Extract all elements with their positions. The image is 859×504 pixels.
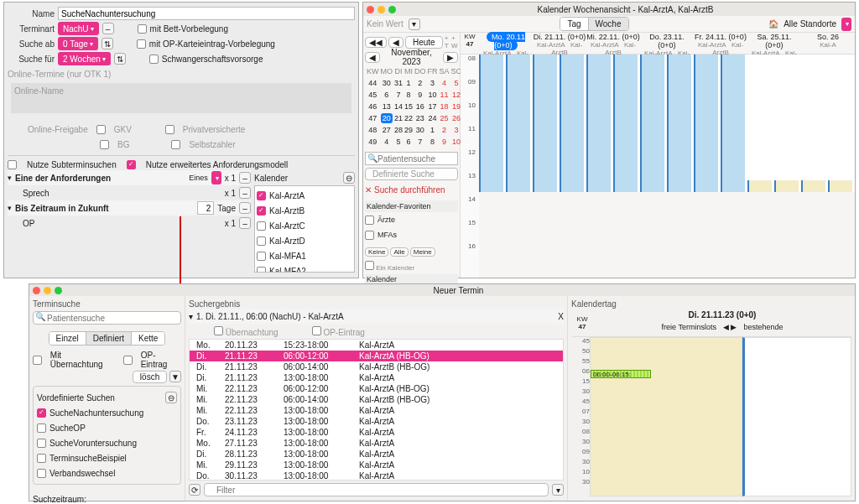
- result-dd[interactable]: ▾: [552, 484, 564, 496]
- suchefuer-select[interactable]: 2 Wochen▾: [58, 52, 111, 65]
- result-row[interactable]: Di.21.11.2313:00-18:00Kal-ArztA: [190, 372, 563, 383]
- seg-tag-woche[interactable]: TagWoche: [560, 17, 628, 31]
- kal-check[interactable]: [257, 221, 266, 231]
- pre-check[interactable]: [37, 469, 46, 478]
- win-max[interactable]: [388, 6, 396, 13]
- predef-collapse[interactable]: ⊖: [165, 392, 177, 403]
- pre-item[interactable]: SucheVoruntersuchung: [49, 439, 137, 448]
- cb-einkal[interactable]: [365, 261, 374, 270]
- keinwert-dd[interactable]: ▾: [409, 18, 420, 30]
- terminart-clear[interactable]: –: [102, 23, 114, 34]
- filter-icon[interactable]: ▼: [169, 371, 181, 382]
- pre-item[interactable]: TerminsucheBeispiel: [49, 454, 127, 463]
- pre-item[interactable]: Verbandswechsel: [49, 469, 115, 478]
- pre-check[interactable]: [37, 454, 46, 463]
- nav-prev2[interactable]: ◀◀: [365, 37, 387, 48]
- suche-run[interactable]: Suche durchführen: [374, 185, 445, 195]
- sucheab-step[interactable]: ⇅: [102, 38, 113, 49]
- kal-item[interactable]: Kal-ArztB: [269, 206, 305, 216]
- cb-erweitert[interactable]: [127, 160, 136, 169]
- result-row[interactable]: Mo.20.11.2315:23-18:00Kal-ArztA: [190, 340, 563, 351]
- name-input[interactable]: [58, 7, 355, 20]
- cb-bett[interactable]: [138, 24, 147, 34]
- anf-mode-select[interactable]: ▾: [211, 171, 221, 184]
- cb-selbst[interactable]: [171, 140, 180, 149]
- filter-input[interactable]: [204, 483, 549, 496]
- mini-calendar[interactable]: KWMODIMIDOFRSASO443031123454567891011124…: [365, 65, 464, 148]
- col-uebernacht[interactable]: [214, 326, 223, 335]
- kal-check[interactable]: [257, 267, 266, 273]
- nav-prev[interactable]: ◀: [388, 37, 403, 48]
- home-icon[interactable]: 🏠: [768, 19, 778, 29]
- pre-item[interactable]: SucheNachuntersuchung: [49, 408, 143, 418]
- sucheab-select[interactable]: 0 Tage▾: [58, 37, 98, 50]
- suchefuer-step[interactable]: ⇅: [114, 53, 126, 65]
- fav-meine[interactable]: Meine: [410, 247, 435, 257]
- kal-item[interactable]: Kal-MFA2: [269, 267, 306, 273]
- zeitraum-val[interactable]: [197, 201, 214, 215]
- fav-check[interactable]: [365, 231, 374, 240]
- standorte[interactable]: Alle Standorte: [784, 19, 836, 29]
- col-op[interactable]: [312, 326, 321, 335]
- patient-search[interactable]: [365, 152, 458, 165]
- pre-check[interactable]: [37, 423, 46, 433]
- kal-item[interactable]: Kal-ArztD: [269, 236, 305, 246]
- cb-bg[interactable]: [100, 140, 109, 149]
- cb-opeintrag[interactable]: [123, 356, 133, 365]
- nav-next-m[interactable]: ▶: [443, 52, 458, 63]
- result-row[interactable]: Di.28.11.2313:00-18:00Kal-ArztA: [190, 449, 563, 460]
- result-row[interactable]: Di.21.11.2306:00-12:00Kal-ArztA (HB-OG): [190, 351, 563, 361]
- terminart-select[interactable]: NachU▾: [58, 22, 99, 35]
- result-row[interactable]: Mi.29.11.2313:00-18:00Kal-ArztA: [190, 460, 563, 470]
- zeit-minus[interactable]: –: [239, 202, 251, 214]
- win-close[interactable]: [367, 6, 374, 13]
- pre-check[interactable]: [37, 439, 46, 448]
- sprech-minus[interactable]: –: [239, 187, 251, 199]
- definierte-suche[interactable]: Definierte Suche: [365, 168, 458, 180]
- cb-uebernacht[interactable]: [33, 356, 42, 365]
- kal-check[interactable]: [257, 236, 266, 246]
- nav-heute[interactable]: Heute: [405, 36, 443, 49]
- nt-max[interactable]: [55, 287, 62, 294]
- result-row[interactable]: Fr.24.11.2313:00-18:00Kal-ArztA: [190, 427, 563, 438]
- fav-keine[interactable]: Keine: [365, 247, 388, 257]
- cb-op[interactable]: [137, 39, 146, 49]
- result-row[interactable]: Mi.22.11.2306:00-14:00Kal-ArztB (HB-OG): [190, 394, 563, 405]
- result-row[interactable]: Di.21.11.2306:00-14:00Kal-ArztB (HB-OG): [190, 361, 563, 372]
- cb-privat[interactable]: [165, 125, 174, 134]
- nt-seg[interactable]: EinzelDefiniertKette: [49, 331, 166, 346]
- result-row[interactable]: Mi.22.11.2313:00-18:00Kal-ArztA: [190, 405, 563, 416]
- fav-alle[interactable]: Alle: [390, 247, 408, 257]
- cb-gkv[interactable]: [96, 125, 106, 134]
- kal-check[interactable]: [257, 252, 266, 261]
- nt-search[interactable]: [33, 311, 181, 325]
- kal-expand[interactable]: ⊖: [343, 172, 355, 184]
- kal-check[interactable]: [257, 191, 266, 200]
- cb-schw[interactable]: [149, 55, 159, 64]
- nav-prev-m[interactable]: ◀: [365, 52, 380, 63]
- kal-check[interactable]: [257, 206, 266, 216]
- result-row[interactable]: Do.30.11.2313:00-18:00Kal-ArztA: [190, 470, 563, 481]
- win-min[interactable]: [377, 6, 385, 13]
- kd-nav[interactable]: ◀ ▶: [723, 323, 737, 331]
- cb-subtermin[interactable]: [8, 160, 17, 169]
- anf-minus[interactable]: –: [239, 172, 251, 184]
- fav-check[interactable]: [365, 216, 374, 225]
- pre-item[interactable]: SucheOP: [49, 423, 86, 433]
- erg-close[interactable]: X: [558, 312, 564, 321]
- result-row[interactable]: Mo.27.11.2313:00-18:00Kal-ArztA: [190, 438, 563, 449]
- kal-item[interactable]: Kal-ArztC: [269, 221, 305, 231]
- loesch-btn[interactable]: lösch: [133, 371, 167, 383]
- nt-close[interactable]: [33, 287, 40, 294]
- op-minus[interactable]: –: [239, 217, 251, 229]
- zeitraum-unit: Tage: [217, 204, 236, 213]
- nt-min[interactable]: [44, 287, 51, 294]
- result-row[interactable]: Do.23.11.2313:00-18:00Kal-ArztA: [190, 416, 563, 427]
- kal-item[interactable]: Kal-ArztA: [269, 191, 305, 200]
- result-row[interactable]: Mi.22.11.2306:00-12:00Kal-ArztA (HB-OG): [190, 383, 563, 394]
- standorte-dd[interactable]: ▾: [841, 18, 851, 31]
- pre-check[interactable]: [37, 408, 46, 418]
- kd-slot[interactable]: 06:00-06:15: NachU: [591, 370, 651, 378]
- kal-item[interactable]: Kal-MFA1: [269, 252, 306, 261]
- refresh-icon[interactable]: ⟳: [189, 484, 200, 496]
